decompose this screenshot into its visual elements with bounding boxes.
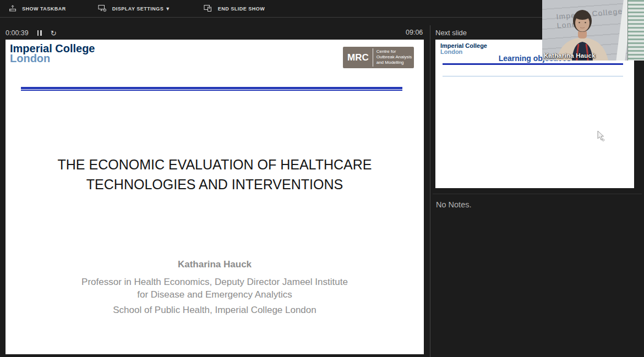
thumbnail-thin-rule [443, 76, 623, 76]
end-slide-show-label: END SLIDE SHOW [218, 6, 265, 12]
mrc-abbr: MRC [343, 47, 373, 68]
timer-controls: 0:00:39 ↻ [6, 29, 57, 37]
author-affiliation-line2: for Disease and Emergency Analytics [6, 288, 424, 301]
end-slide-show-icon [204, 4, 212, 13]
thumbnail-imperial-logo: Imperial College London [440, 43, 487, 55]
imperial-college-logo: Imperial College London [10, 43, 95, 64]
elapsed-time: 0:00:39 [6, 29, 29, 37]
show-taskbar-label: SHOW TASKBAR [22, 6, 66, 12]
thumbnail-title-rule [443, 63, 623, 65]
webcam-overlay: Imperial College London Katharina Hauck [542, 0, 644, 61]
end-slide-show-button[interactable]: END SLIDE SHOW [171, 0, 265, 17]
webcam-name-label: Katharina Hauck [544, 52, 596, 59]
current-slide[interactable]: Imperial College London MRC Centre for O… [6, 40, 424, 354]
display-settings-label: DISPLAY SETTINGS ▼ [112, 6, 171, 12]
webcam-building-strip [627, 0, 644, 61]
mouse-cursor [597, 130, 605, 145]
author-affiliation-line1: Professor in Health Economics, Deputy Di… [6, 276, 424, 288]
display-settings-button[interactable]: DISPLAY SETTINGS ▼ [66, 0, 171, 17]
slide-title: THE ECONOMIC EVALUATION OF HEALTHCARE TE… [6, 155, 424, 194]
slide-divider-rule [21, 87, 402, 91]
slide-title-line2: TECHNOLOGIES AND INTERVENTIONS [6, 174, 424, 194]
mrc-logo: MRC Centre for Outbreak Analysis and Mod… [343, 47, 414, 68]
author-name: Katharina Hauck [6, 259, 424, 270]
show-taskbar-button[interactable]: SHOW TASKBAR [0, 0, 66, 17]
slide-title-line1: THE ECONOMIC EVALUATION OF HEALTHCARE [6, 155, 424, 174]
current-clock-time: 09:06 [406, 29, 423, 36]
mrc-caption: Centre for Outbreak Analysis and Modelli… [373, 47, 412, 68]
restart-timer-button[interactable]: ↻ [51, 30, 57, 37]
author-school: School of Public Health, Imperial Colleg… [6, 304, 424, 316]
next-slide-label: Next slide [435, 29, 467, 37]
taskbar-icon [9, 4, 17, 13]
notes-text: No Notes. [436, 200, 471, 209]
display-settings-icon [98, 4, 107, 13]
notes-divider [433, 194, 642, 194]
panel-vertical-divider [430, 25, 430, 357]
pause-timer-button[interactable] [37, 30, 42, 36]
author-block: Katharina Hauck Professor in Health Econ… [6, 259, 424, 316]
next-slide-thumbnail[interactable]: Imperial College London Learning objecti… [435, 40, 634, 188]
logo-line2: London [10, 53, 95, 64]
